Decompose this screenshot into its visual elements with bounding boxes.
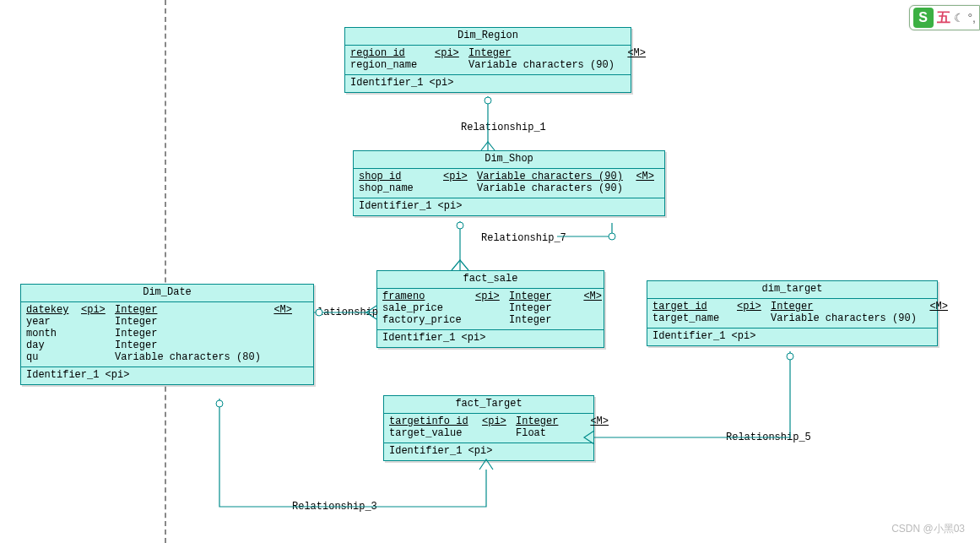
entity-dim-target[interactable]: dim_target target_id <pi> Integer <M> ta… [647,280,938,346]
attr-type: Variable characters (90) [477,171,629,182]
entity-title: fact_Target [384,396,593,414]
attr-type: Float [516,427,583,439]
ime-mode-text: 五 [937,9,950,27]
entity-title: fact_sale [377,271,604,289]
entity-identifier: Identifier_1 <pi> [384,443,593,460]
entity-attributes: frameno <pi> Integer <M> sale_price Inte… [377,289,604,330]
entity-attributes: target_id <pi> Integer <M> target_name V… [647,299,937,329]
entity-fact-sale[interactable]: fact_sale frameno <pi> Integer <M> sale_… [376,270,604,348]
relationship-label: Relationship_1 [461,122,546,133]
attr-mandatory [620,59,646,71]
entity-fact-target[interactable]: fact_Target targetinfo_id <pi> Integer <… [383,395,594,461]
attr-type: Integer [468,47,620,59]
attr-name: region_id [350,47,435,59]
entity-dim-region[interactable]: Dim_Region region_id <pi> Integer <M> re… [344,27,631,93]
svg-point-1 [485,97,491,104]
attr-name: target_id [652,301,737,312]
attr-pi: <pi> [737,301,771,312]
attr-type: Variable characters (90) [477,182,629,194]
ime-toolbar[interactable]: S 五 ☾ °, [909,5,981,30]
entity-identifier: Identifier_1 <pi> [345,75,631,92]
entity-identifier: Identifier_1 <pi> [377,330,604,347]
attr-type: Variable characters (80) [115,351,267,363]
attr-mandatory [577,314,602,326]
svg-point-8 [216,400,223,407]
relationship-label: Relationship_7 [481,232,566,244]
attr-type: Integer [115,304,267,316]
svg-point-4 [457,222,463,229]
attr-pi [475,314,509,326]
punctuation-icon: °, [968,11,977,24]
attr-pi [482,427,516,439]
attr-mandatory: <M> [267,304,292,316]
attr-mandatory: <M> [583,415,609,427]
ime-logo-icon: S [913,8,934,28]
attr-mandatory [923,312,948,324]
attr-name: target_name [652,312,737,324]
moon-icon: ☾ [954,11,965,24]
attr-mandatory [577,302,602,314]
attr-name: target_value [389,427,482,439]
svg-point-2 [609,233,615,240]
attr-name: sale_price [382,302,475,314]
entity-attributes: datekey <pi> Integer <M> yearInteger mon… [21,302,313,367]
entity-identifier: Identifier_1 <pi> [354,198,664,215]
attr-mandatory: <M> [923,301,948,312]
entity-title: Dim_Shop [354,151,664,169]
attr-pi: <pi> [81,304,115,316]
attr-name: day [26,339,81,351]
entity-attributes: region_id <pi> Integer <M> region_name V… [345,46,631,75]
attr-name: factory_price [382,314,475,326]
attr-type: Integer [509,302,577,314]
relationship-label: Relationship_5 [726,432,811,443]
attr-pi [443,182,477,194]
entity-dim-shop[interactable]: Dim_Shop shop_id <pi> Variable character… [353,150,665,216]
entity-attributes: targetinfo_id <pi> Integer <M> target_va… [384,414,593,443]
entity-identifier: Identifier_1 <pi> [647,329,937,345]
relationship-label: Relationship_3 [292,501,377,513]
entity-identifier: Identifier_1 <pi> [21,367,313,384]
entity-attributes: shop_id <pi> Variable characters (90) <M… [354,169,664,198]
er-diagram-canvas: Dim_Region region_id <pi> Integer <M> re… [0,0,980,543]
attr-pi [475,302,509,314]
attr-name: frameno [382,291,475,302]
attr-pi: <pi> [482,415,516,427]
attr-name: qu [26,351,81,363]
attr-name: shop_name [359,182,443,194]
attr-pi: <pi> [435,47,468,59]
attr-name: shop_id [359,171,443,182]
attr-type: Integer [509,291,577,302]
attr-pi [737,312,771,324]
attr-pi: <pi> [443,171,477,182]
attr-name: datekey [26,304,81,316]
attr-type: Integer [771,301,923,312]
attr-type: Variable characters (90) [468,59,620,71]
attr-type: Variable characters (90) [771,312,923,324]
attr-mandatory: <M> [577,291,602,302]
attr-pi [435,59,468,71]
attr-type: Integer [509,314,577,326]
entity-title: Dim_Date [21,285,313,302]
entity-title: dim_target [647,281,937,299]
attr-mandatory: <M> [629,171,654,182]
relationship-label: lationship [317,307,378,318]
attr-mandatory [583,427,609,439]
watermark-text: CSDN @小黑03 [891,522,965,536]
attr-mandatory [629,182,654,194]
entity-title: Dim_Region [345,28,631,46]
attr-name: month [26,328,81,339]
attr-name: region_name [350,59,435,71]
attr-type: Integer [115,316,267,328]
entity-dim-date[interactable]: Dim_Date datekey <pi> Integer <M> yearIn… [20,284,314,385]
attr-pi: <pi> [475,291,509,302]
svg-point-7 [787,353,793,360]
attr-name: targetinfo_id [389,415,482,427]
attr-type: Integer [115,328,267,339]
attr-type: Integer [115,339,267,351]
attr-type: Integer [516,415,583,427]
attr-name: year [26,316,81,328]
attr-mandatory: <M> [620,47,646,59]
